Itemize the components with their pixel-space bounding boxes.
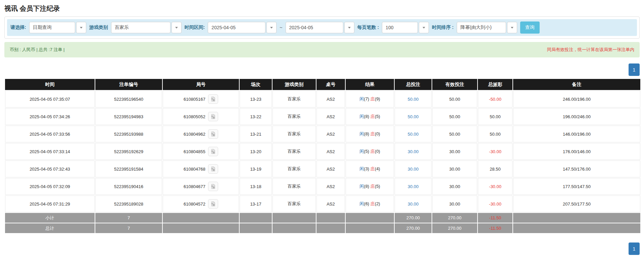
total-bet-link[interactable]: 50.00 [408, 97, 419, 102]
result-banker-label: 庄 [370, 114, 375, 119]
cell-valid-bet: 50.00 [432, 108, 477, 125]
video-record-icon[interactable] [208, 112, 218, 121]
query-type-value: 日期查询 [29, 22, 75, 33]
total-row: 总计 7 270.00 270.00 -11.50 [5, 223, 640, 233]
game-category-label: 游戏类别 [89, 25, 108, 31]
result-banker-label: 庄 [370, 184, 375, 189]
total-bet-link[interactable]: 30.00 [408, 149, 419, 154]
chevron-down-icon[interactable] [171, 22, 182, 33]
cell-session: 13-17 [240, 195, 272, 212]
result-player-num: (3) [364, 166, 369, 171]
round-id-text: 610805052 [184, 114, 205, 119]
summary-warning-note: 同局有效投注，统一计算在该局第一张注单内 [547, 47, 634, 53]
cell-time: 2025-04-05 07:35:07 [5, 91, 95, 107]
round-id-text: 610804768 [184, 167, 205, 172]
cell-total-bet: 50.00 [395, 108, 432, 125]
cell-bet-id: 522395194983 [95, 108, 162, 125]
result-banker-num: (4) [375, 166, 380, 171]
cell-total-bet: 50.00 [395, 91, 432, 107]
cell-round-id: 610804768 [163, 161, 239, 177]
result-banker-num: (0) [375, 131, 380, 136]
cell-round-id: 610805052 [163, 108, 239, 125]
subtotal-empty-cell [273, 213, 316, 223]
total-bet-link[interactable]: 50.00 [408, 114, 419, 119]
video-record-icon[interactable] [208, 147, 218, 156]
search-button[interactable]: 查询 [520, 21, 540, 34]
total-bet-link[interactable]: 50.00 [408, 132, 419, 137]
col-header-total-bet: 总投注 [395, 79, 432, 90]
cell-game: 百家乐 [273, 143, 316, 160]
cell-payout: 50.00 [478, 108, 512, 125]
result-player-label: 闲 [359, 96, 364, 101]
cell-valid-bet: 30.00 [432, 143, 477, 160]
video-record-icon[interactable] [208, 199, 218, 209]
cell-game: 百家乐 [273, 91, 316, 107]
video-record-icon[interactable] [208, 94, 218, 104]
result-banker-num: (9) [375, 96, 380, 101]
video-record-icon[interactable] [208, 129, 218, 139]
cell-bet-id: 522395192629 [95, 143, 162, 160]
cell-payout: -50.00 [478, 91, 512, 107]
result-player-num: (6) [364, 201, 369, 206]
cell-payout: 50.00 [478, 126, 512, 142]
cell-valid-bet: 50.00 [432, 91, 477, 107]
col-header-result: 结果 [346, 79, 394, 90]
cell-game: 百家乐 [273, 178, 316, 195]
total-payout: -11.50 [478, 223, 512, 233]
date-from-select[interactable]: 2025-04-05 [208, 22, 277, 33]
subtotal-label: 小计 [5, 213, 95, 223]
page-button-1[interactable]: 1 [629, 63, 640, 76]
chevron-down-icon[interactable] [507, 22, 517, 33]
cell-remark: 176.00/146.00 [513, 143, 640, 160]
chevron-down-icon[interactable] [419, 22, 429, 33]
result-banker-label: 庄 [370, 201, 375, 206]
cell-game: 百家乐 [273, 108, 316, 125]
total-bet-link[interactable]: 30.00 [408, 184, 419, 189]
video-record-icon[interactable] [208, 164, 218, 174]
total-count: 7 [95, 223, 162, 233]
round-id-text: 610804855 [184, 149, 205, 154]
result-player-label: 闲 [359, 201, 364, 206]
time-sort-select[interactable]: 降幂(由大到小) [457, 22, 517, 33]
result-player-label: 闲 [359, 131, 364, 136]
total-bet-link[interactable]: 30.00 [408, 167, 419, 172]
chevron-down-icon[interactable] [76, 22, 86, 33]
cell-result: 闲(8) 庄(0) [346, 126, 394, 142]
chevron-down-icon[interactable] [344, 22, 354, 33]
query-type-select[interactable]: 日期查询 [29, 22, 86, 33]
subtotal-payout: -11.50 [478, 213, 512, 223]
total-empty-cell [240, 223, 272, 233]
cell-result: 闲(3) 庄(4) [346, 161, 394, 177]
video-record-icon[interactable] [208, 182, 218, 191]
cell-total-bet: 50.00 [395, 126, 432, 142]
cell-session: 13-22 [240, 108, 272, 125]
cell-session: 13-21 [240, 126, 272, 142]
chevron-down-icon[interactable] [266, 22, 277, 33]
subtotal-row: 小计 7 270.00 270.00 -11.50 [5, 213, 640, 223]
total-empty-cell [163, 223, 239, 233]
pagination-top: 1 [4, 63, 640, 76]
cell-round-id: 610804855 [163, 143, 239, 160]
result-player-num: (5) [364, 149, 369, 154]
table-row: 2025-04-05 07:35:07 522395196540 6108051… [5, 91, 640, 107]
game-category-select[interactable]: 百家乐 [111, 22, 182, 33]
cell-session: 13-23 [240, 91, 272, 107]
page-button-1[interactable]: 1 [629, 242, 640, 255]
date-to-select[interactable]: 2025-04-05 [286, 22, 354, 33]
cell-time: 2025-04-05 07:32:43 [5, 161, 95, 177]
cell-time: 2025-04-05 07:32:09 [5, 178, 95, 195]
total-bet-link[interactable]: 30.00 [408, 202, 419, 207]
total-valid-bet: 270.00 [432, 223, 477, 233]
result-banker-label: 庄 [370, 166, 375, 171]
subtotal-valid-bet: 270.00 [432, 213, 477, 223]
time-sort-value: 降幂(由大到小) [457, 22, 506, 33]
date-from-value: 2025-04-05 [208, 22, 265, 33]
cell-payout: -30.00 [478, 195, 512, 212]
cell-result: 闲(8) 庄(5) [346, 178, 394, 195]
cell-remark: 246.00/196.00 [513, 91, 640, 107]
page-size-select[interactable]: 100 [382, 22, 429, 33]
cell-result: 闲(5) 庄(0) [346, 143, 394, 160]
round-id-text: 610804962 [184, 132, 205, 137]
subtotal-empty-cell [316, 213, 345, 223]
col-header-table-no: 桌号 [316, 79, 345, 90]
